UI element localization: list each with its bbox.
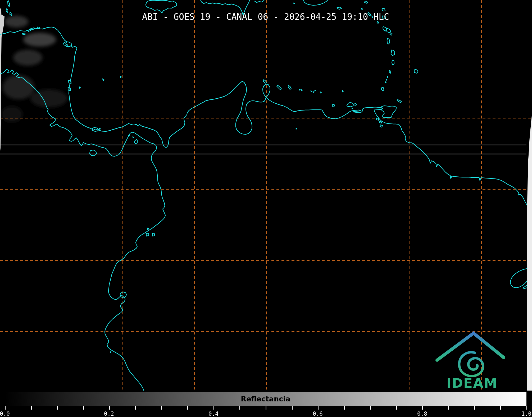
noise-streaks [0, 144, 526, 155]
colorbar-tick-label: 0.0 [0, 411, 10, 417]
colorbar-ticks [5, 406, 527, 410]
ideam-mountain-icon [437, 333, 504, 360]
ideam-wordmark: IDEAM [447, 375, 498, 391]
colorbar-tick-label: 0.4 [208, 411, 219, 417]
coast-caribbean-mainland [0, 27, 527, 205]
colorbar-tick-label: 0.2 [104, 411, 114, 417]
colorbar-tick-label: 0.8 [417, 411, 427, 417]
image-title: ABI - GOES 19 - CANAL 06 - 2026-04-25 19… [142, 12, 389, 22]
colorbar-tick-label: 1.0 [521, 411, 531, 417]
satellite-map: IDEAM ABI - GOES 19 - CANAL 06 - 2026-04… [0, 0, 532, 391]
coast-venezuelan-islands [263, 80, 343, 129]
ideam-hurricane-spiral-icon [459, 352, 483, 376]
scan-edge-right [527, 113, 532, 391]
coast-pacific-mainland [0, 69, 165, 391]
colorbar-title: Reflectancia [241, 395, 290, 403]
coast-puerto-rico [294, 0, 342, 9]
scan-edge-left [0, 7, 4, 153]
colorbar-tick-label: 0.6 [313, 411, 323, 417]
satellite-image-canvas: IDEAM [0, 0, 532, 391]
coastline-layer [0, 0, 527, 391]
graticule-grid [0, 0, 532, 389]
coast-jamaica [146, 0, 177, 13]
colorbar: Reflectancia 0.0 0.2 0.4 0.6 0.8 1.0 [0, 391, 532, 417]
coast-amazon-river [510, 269, 527, 288]
ideam-logo: IDEAM [437, 333, 504, 391]
